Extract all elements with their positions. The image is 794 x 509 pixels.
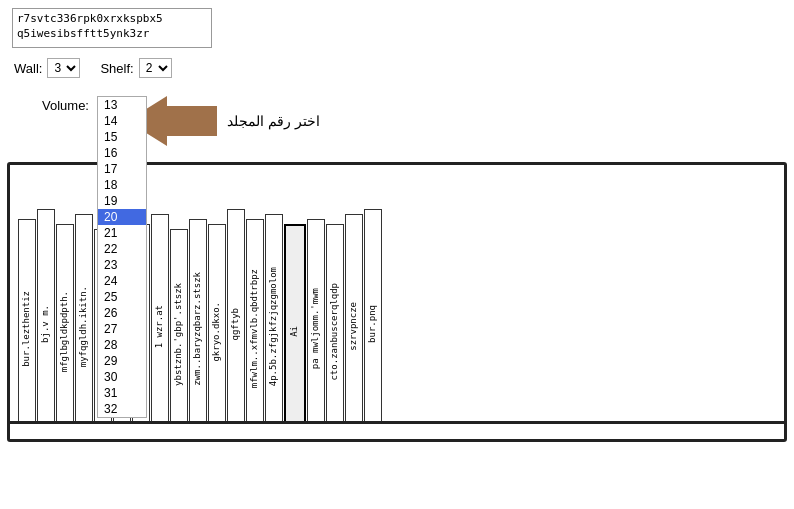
shelf-label: Shelf: (100, 61, 133, 76)
shelf-select[interactable]: 1 2 3 4 5 (139, 58, 172, 78)
volume-option[interactable]: 19 (98, 193, 146, 209)
book-spine[interactable]: bur.pnq (364, 209, 382, 439)
arabic-instruction-label: اختر رقم المجلد (227, 113, 320, 129)
book-spine-text: gkryo.dkxo. (212, 302, 222, 362)
book-spine-text: zwm..baryzqbarz.stszk (193, 272, 203, 386)
volume-option[interactable]: 24 (98, 273, 146, 289)
volume-option[interactable]: 27 (98, 321, 146, 337)
book-spine[interactable]: ybstznb.'gbp'.stszk (170, 229, 188, 439)
book-spine[interactable]: gkryo.dkxo. (208, 224, 226, 439)
code-textarea[interactable]: r7svtc336rpk0xrxkspbx5 q5iwesibsfftt5ynk… (12, 8, 212, 48)
wall-select[interactable]: 1 2 3 4 5 (47, 58, 80, 78)
volume-option[interactable]: 31 (98, 385, 146, 401)
book-spine-text: ybstznb.'gbp'.stszk (174, 283, 184, 386)
book-spine-text: mfwlm..xfmvlb.qbdtrbpz (250, 269, 260, 388)
book-spine[interactable]: bj.v m. (37, 209, 55, 439)
volume-option[interactable]: 26 (98, 305, 146, 321)
volume-row: Volume: 13141516171819202122232425262728… (12, 96, 782, 146)
volume-option[interactable]: 21 (98, 225, 146, 241)
volume-option[interactable]: 14 (98, 113, 146, 129)
top-section: r7svtc336rpk0xrxkspbx5 q5iwesibsfftt5ynk… (0, 0, 794, 152)
volume-option[interactable]: 22 (98, 241, 146, 257)
volume-option[interactable]: 17 (98, 161, 146, 177)
wall-label: Wall: (14, 61, 42, 76)
book-spine[interactable]: zwm..baryzqbarz.stszk (189, 219, 207, 439)
volume-option[interactable]: 16 (98, 145, 146, 161)
book-spine[interactable]: qgftyb (227, 209, 245, 439)
controls-row: Wall: 1 2 3 4 5 Shelf: 1 2 3 4 5 (12, 58, 782, 78)
book-spine-text: qgftyb (231, 308, 241, 341)
volume-option[interactable]: 32 (98, 401, 146, 417)
book-spine[interactable]: myfqgldh.ikitn. (75, 214, 93, 439)
shelf-control-group: Shelf: 1 2 3 4 5 (100, 58, 171, 78)
shelf-bottom (10, 421, 784, 439)
volume-option[interactable]: 20 (98, 209, 146, 225)
book-spine[interactable]: pa mwljomm.'mwm (307, 219, 325, 439)
book-spine-text: bj.v m. (41, 305, 51, 343)
book-spine-text: bur.pnq (368, 305, 378, 343)
book-spine-text: bur.lezthentiz (22, 291, 32, 367)
book-spine[interactable]: 1 wzr.at (151, 214, 169, 439)
book-spine-text: mfglbgldkpdpth. (60, 291, 70, 372)
book-spine[interactable]: 4p.5b.zfgjkfzjqzgmolom (265, 214, 283, 439)
volume-label: Volume: (42, 98, 89, 113)
volume-option[interactable]: 30 (98, 369, 146, 385)
book-spine-text: pa mwljomm.'mwm (311, 288, 321, 369)
volume-option[interactable]: 28 (98, 337, 146, 353)
book-spine-text: cto.zanbuscerqlqdp (330, 283, 340, 381)
book-spine[interactable]: Ai (284, 224, 306, 439)
wall-control-group: Wall: 1 2 3 4 5 (14, 58, 80, 78)
volume-option[interactable]: 15 (98, 129, 146, 145)
arrow-container: اختر رقم المجلد (127, 96, 320, 146)
book-spine-text: szrvpncze (349, 302, 359, 351)
volume-option[interactable]: 18 (98, 177, 146, 193)
book-spine-text: Ai (290, 326, 300, 337)
volume-option[interactable]: 25 (98, 289, 146, 305)
book-spine[interactable]: bur.lezthentiz (18, 219, 36, 439)
volume-option[interactable]: 23 (98, 257, 146, 273)
volume-option[interactable]: 29 (98, 353, 146, 369)
book-spine[interactable]: cto.zanbuscerqlqdp (326, 224, 344, 439)
book-spine[interactable]: mfglbgldkpdpth. (56, 224, 74, 439)
book-spine-text: 4p.5b.zfgjkfzjqzgmolom (269, 267, 279, 386)
book-spine[interactable]: szrvpncze (345, 214, 363, 439)
volume-option[interactable]: 13 (98, 97, 146, 113)
volume-dropdown-list[interactable]: 1314151617181920212223242526272829303132 (97, 96, 147, 418)
book-spine-text: myfqgldh.ikitn. (79, 286, 89, 367)
book-spine[interactable]: mfwlm..xfmvlb.qbdtrbpz (246, 219, 264, 439)
book-spine-text: 1 wzr.at (155, 305, 165, 348)
